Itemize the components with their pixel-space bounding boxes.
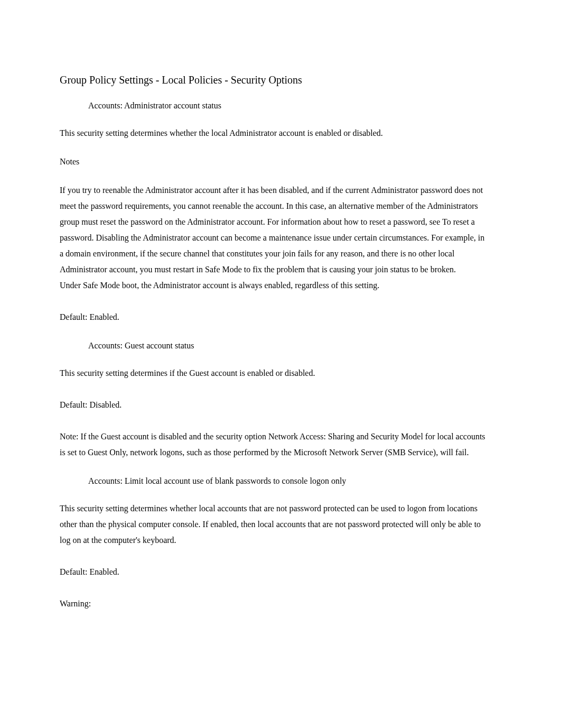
body-paragraph: This security setting determines whether… bbox=[60, 125, 487, 141]
body-paragraph: If you try to reenable the Administrator… bbox=[60, 182, 487, 278]
setting-header: Accounts: Administrator account status bbox=[45, 101, 498, 110]
default-text: Default: Disabled. bbox=[60, 397, 487, 413]
body-paragraph: Under Safe Mode boot, the Administrator … bbox=[60, 278, 487, 293]
body-paragraph: This security setting determines whether… bbox=[60, 501, 487, 548]
setting-section: Accounts: Limit local account use of bla… bbox=[45, 476, 498, 612]
default-text: Default: Enabled. bbox=[60, 309, 487, 325]
page-title: Group Policy Settings - Local Policies -… bbox=[60, 74, 498, 86]
note-paragraph: Note: If the Guest account is disabled a… bbox=[60, 429, 487, 460]
setting-title: Accounts: Guest account status bbox=[88, 341, 194, 351]
warning-label: Warning: bbox=[60, 596, 487, 612]
setting-header: Accounts: Limit local account use of bla… bbox=[45, 476, 498, 486]
default-text: Default: Enabled. bbox=[60, 564, 487, 580]
setting-section: Accounts: Guest account status This secu… bbox=[45, 341, 498, 460]
body-paragraph: This security setting determines if the … bbox=[60, 365, 487, 381]
notes-label: Notes bbox=[60, 157, 498, 167]
setting-title: Accounts: Administrator account status bbox=[88, 101, 221, 110]
setting-header: Accounts: Guest account status bbox=[45, 341, 498, 351]
setting-section: Accounts: Administrator account status T… bbox=[45, 101, 498, 325]
setting-title: Accounts: Limit local account use of bla… bbox=[88, 476, 346, 486]
